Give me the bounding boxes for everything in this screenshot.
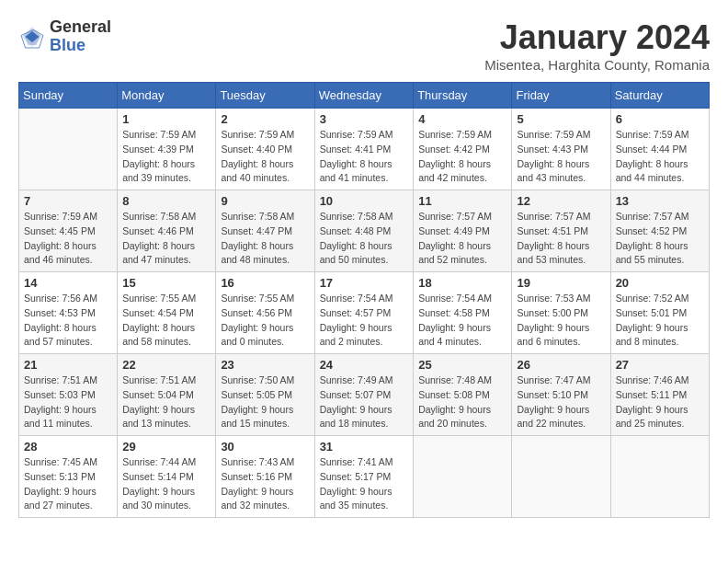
calendar-cell: 16Sunrise: 7:55 AMSunset: 4:56 PMDayligh… xyxy=(216,272,314,354)
calendar-cell: 28Sunrise: 7:45 AMSunset: 5:13 PMDayligh… xyxy=(19,436,118,518)
day-info: Sunrise: 7:45 AMSunset: 5:13 PMDaylight:… xyxy=(24,455,112,513)
calendar-cell: 10Sunrise: 7:58 AMSunset: 4:48 PMDayligh… xyxy=(314,190,414,272)
day-number: 1 xyxy=(122,112,210,126)
calendar-cell: 18Sunrise: 7:54 AMSunset: 4:58 PMDayligh… xyxy=(414,272,512,354)
calendar-cell: 23Sunrise: 7:50 AMSunset: 5:05 PMDayligh… xyxy=(216,354,314,436)
day-info: Sunrise: 7:54 AMSunset: 4:58 PMDaylight:… xyxy=(418,292,506,350)
calendar-cell: 6Sunrise: 7:59 AMSunset: 4:44 PMDaylight… xyxy=(610,109,709,190)
day-number: 28 xyxy=(24,440,112,454)
day-number: 29 xyxy=(122,440,210,454)
day-number: 23 xyxy=(221,358,309,372)
day-number: 15 xyxy=(122,276,210,290)
day-info: Sunrise: 7:43 AMSunset: 5:16 PMDaylight:… xyxy=(221,455,309,513)
day-number: 2 xyxy=(221,112,309,126)
day-number: 21 xyxy=(24,358,112,372)
calendar-cell: 11Sunrise: 7:57 AMSunset: 4:49 PMDayligh… xyxy=(414,190,512,272)
day-number: 31 xyxy=(320,440,409,454)
week-row-5: 28Sunrise: 7:45 AMSunset: 5:13 PMDayligh… xyxy=(19,436,710,518)
day-info: Sunrise: 7:59 AMSunset: 4:40 PMDaylight:… xyxy=(221,128,309,186)
calendar-cell xyxy=(19,109,118,190)
day-info: Sunrise: 7:59 AMSunset: 4:43 PMDaylight:… xyxy=(517,128,605,186)
day-info: Sunrise: 7:56 AMSunset: 4:53 PMDaylight:… xyxy=(24,292,112,350)
calendar-cell: 5Sunrise: 7:59 AMSunset: 4:43 PMDaylight… xyxy=(512,109,610,190)
logo: General Blue xyxy=(18,18,111,55)
week-row-4: 21Sunrise: 7:51 AMSunset: 5:03 PMDayligh… xyxy=(19,354,710,436)
header-day-friday: Friday xyxy=(512,83,610,109)
week-row-3: 14Sunrise: 7:56 AMSunset: 4:53 PMDayligh… xyxy=(19,272,710,354)
day-number: 3 xyxy=(320,112,409,126)
header-day-wednesday: Wednesday xyxy=(314,83,414,109)
day-info: Sunrise: 7:47 AMSunset: 5:10 PMDaylight:… xyxy=(517,373,605,431)
calendar-cell: 13Sunrise: 7:57 AMSunset: 4:52 PMDayligh… xyxy=(610,190,709,272)
day-number: 4 xyxy=(418,112,506,126)
day-number: 27 xyxy=(616,358,704,372)
day-number: 24 xyxy=(320,358,409,372)
calendar-cell: 12Sunrise: 7:57 AMSunset: 4:51 PMDayligh… xyxy=(512,190,610,272)
day-info: Sunrise: 7:57 AMSunset: 4:51 PMDaylight:… xyxy=(517,210,605,268)
day-number: 20 xyxy=(616,276,704,290)
logo-icon xyxy=(18,23,46,51)
calendar-cell: 15Sunrise: 7:55 AMSunset: 4:54 PMDayligh… xyxy=(118,272,216,354)
day-info: Sunrise: 7:55 AMSunset: 4:56 PMDaylight:… xyxy=(221,292,309,350)
day-info: Sunrise: 7:59 AMSunset: 4:41 PMDaylight:… xyxy=(320,128,409,186)
calendar-cell: 14Sunrise: 7:56 AMSunset: 4:53 PMDayligh… xyxy=(19,272,118,354)
day-info: Sunrise: 7:59 AMSunset: 4:42 PMDaylight:… xyxy=(418,128,506,186)
day-number: 26 xyxy=(517,358,605,372)
calendar-cell: 22Sunrise: 7:51 AMSunset: 5:04 PMDayligh… xyxy=(118,354,216,436)
day-info: Sunrise: 7:59 AMSunset: 4:45 PMDaylight:… xyxy=(24,210,112,268)
day-info: Sunrise: 7:51 AMSunset: 5:03 PMDaylight:… xyxy=(24,373,112,431)
calendar-cell: 21Sunrise: 7:51 AMSunset: 5:03 PMDayligh… xyxy=(19,354,118,436)
calendar-cell: 3Sunrise: 7:59 AMSunset: 4:41 PMDaylight… xyxy=(314,109,414,190)
day-info: Sunrise: 7:44 AMSunset: 5:14 PMDaylight:… xyxy=(122,455,210,513)
day-info: Sunrise: 7:57 AMSunset: 4:49 PMDaylight:… xyxy=(418,210,506,268)
header-row: SundayMondayTuesdayWednesdayThursdayFrid… xyxy=(19,83,710,109)
page-header: General Blue January 2024 Misentea, Harg… xyxy=(18,18,710,73)
week-row-2: 7Sunrise: 7:59 AMSunset: 4:45 PMDaylight… xyxy=(19,190,710,272)
calendar-cell: 25Sunrise: 7:48 AMSunset: 5:08 PMDayligh… xyxy=(414,354,512,436)
calendar-cell: 2Sunrise: 7:59 AMSunset: 4:40 PMDaylight… xyxy=(216,109,314,190)
calendar-cell: 24Sunrise: 7:49 AMSunset: 5:07 PMDayligh… xyxy=(314,354,414,436)
day-info: Sunrise: 7:51 AMSunset: 5:04 PMDaylight:… xyxy=(122,373,210,431)
calendar-cell: 31Sunrise: 7:41 AMSunset: 5:17 PMDayligh… xyxy=(314,436,414,518)
logo-blue: Blue xyxy=(50,37,111,55)
calendar-cell: 4Sunrise: 7:59 AMSunset: 4:42 PMDaylight… xyxy=(414,109,512,190)
day-number: 9 xyxy=(221,194,309,208)
day-info: Sunrise: 7:58 AMSunset: 4:47 PMDaylight:… xyxy=(221,210,309,268)
calendar-cell: 29Sunrise: 7:44 AMSunset: 5:14 PMDayligh… xyxy=(118,436,216,518)
title-section: January 2024 Misentea, Harghita County, … xyxy=(484,18,710,73)
calendar-table: SundayMondayTuesdayWednesdayThursdayFrid… xyxy=(18,82,710,518)
calendar-cell: 17Sunrise: 7:54 AMSunset: 4:57 PMDayligh… xyxy=(314,272,414,354)
logo-general: General xyxy=(50,18,111,37)
logo-text: General Blue xyxy=(50,18,111,55)
day-number: 8 xyxy=(122,194,210,208)
calendar-cell xyxy=(610,436,709,518)
day-info: Sunrise: 7:59 AMSunset: 4:44 PMDaylight:… xyxy=(616,128,704,186)
day-number: 11 xyxy=(418,194,506,208)
day-info: Sunrise: 7:41 AMSunset: 5:17 PMDaylight:… xyxy=(320,455,409,513)
calendar-cell: 7Sunrise: 7:59 AMSunset: 4:45 PMDaylight… xyxy=(19,190,118,272)
day-info: Sunrise: 7:54 AMSunset: 4:57 PMDaylight:… xyxy=(320,292,409,350)
day-number: 16 xyxy=(221,276,309,290)
day-info: Sunrise: 7:59 AMSunset: 4:39 PMDaylight:… xyxy=(122,128,210,186)
day-info: Sunrise: 7:55 AMSunset: 4:54 PMDaylight:… xyxy=(122,292,210,350)
day-info: Sunrise: 7:53 AMSunset: 5:00 PMDaylight:… xyxy=(517,292,605,350)
day-number: 25 xyxy=(418,358,506,372)
day-info: Sunrise: 7:58 AMSunset: 4:46 PMDaylight:… xyxy=(122,210,210,268)
calendar-cell: 19Sunrise: 7:53 AMSunset: 5:00 PMDayligh… xyxy=(512,272,610,354)
day-info: Sunrise: 7:48 AMSunset: 5:08 PMDaylight:… xyxy=(418,373,506,431)
calendar-cell: 27Sunrise: 7:46 AMSunset: 5:11 PMDayligh… xyxy=(610,354,709,436)
calendar-cell xyxy=(414,436,512,518)
month-title: January 2024 xyxy=(484,18,710,57)
day-info: Sunrise: 7:49 AMSunset: 5:07 PMDaylight:… xyxy=(320,373,409,431)
week-row-1: 1Sunrise: 7:59 AMSunset: 4:39 PMDaylight… xyxy=(19,109,710,190)
header-day-sunday: Sunday xyxy=(19,83,118,109)
calendar-cell: 8Sunrise: 7:58 AMSunset: 4:46 PMDaylight… xyxy=(118,190,216,272)
day-info: Sunrise: 7:46 AMSunset: 5:11 PMDaylight:… xyxy=(616,373,704,431)
day-number: 30 xyxy=(221,440,309,454)
calendar-cell: 26Sunrise: 7:47 AMSunset: 5:10 PMDayligh… xyxy=(512,354,610,436)
day-number: 19 xyxy=(517,276,605,290)
day-number: 13 xyxy=(616,194,704,208)
day-number: 5 xyxy=(517,112,605,126)
day-info: Sunrise: 7:57 AMSunset: 4:52 PMDaylight:… xyxy=(616,210,704,268)
header-day-thursday: Thursday xyxy=(414,83,512,109)
